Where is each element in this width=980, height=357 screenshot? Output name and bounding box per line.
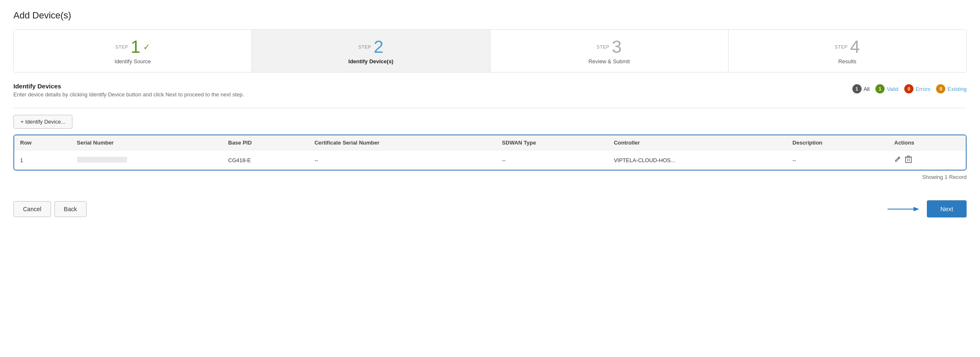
step1-number: 1 xyxy=(131,38,140,56)
badge-all: 1 All xyxy=(852,84,870,93)
cell-row: 1 xyxy=(14,150,71,170)
footer: Cancel Back Next xyxy=(13,194,967,217)
step4-label: STEP xyxy=(835,44,848,49)
step-4: STEP 4 Results xyxy=(729,30,966,72)
col-sdwan-type: SDWAN Type xyxy=(496,135,608,150)
table-row: 1 CG418-E -- -- VIPTELA-CLOUD-HOS... -- xyxy=(14,150,966,170)
footer-right: Next xyxy=(888,200,967,217)
step3-number: 3 xyxy=(612,38,621,56)
section-description: Enter device details by clicking Identif… xyxy=(13,91,244,98)
col-base-pid: Base PID xyxy=(222,135,308,150)
cell-serial-number xyxy=(71,150,223,170)
next-arrow-icon xyxy=(888,205,921,213)
delete-icon[interactable] xyxy=(905,155,912,165)
back-button[interactable]: Back xyxy=(54,201,87,217)
step1-title: Identify Source xyxy=(22,58,243,65)
badge-existing[interactable]: 0 Existing xyxy=(936,84,967,93)
cell-controller: VIPTELA-CLOUD-HOS... xyxy=(608,150,787,170)
badges-container: 1 All 1 Valid 0 Errors 0 Existing xyxy=(852,84,967,93)
col-cert-serial: Certificate Serial Number xyxy=(308,135,496,150)
badge-errors-count: 0 xyxy=(904,84,913,93)
table-header-row: Row Serial Number Base PID Certificate S… xyxy=(14,135,966,150)
cell-sdwan-type: -- xyxy=(496,150,608,170)
svg-marker-5 xyxy=(913,207,919,211)
badge-valid-label[interactable]: Valid xyxy=(887,86,898,92)
badge-all-count: 1 xyxy=(852,84,862,93)
cell-actions xyxy=(888,150,966,170)
step3-label: STEP xyxy=(597,44,610,49)
badge-errors[interactable]: 0 Errors xyxy=(904,84,930,93)
devices-table: Row Serial Number Base PID Certificate S… xyxy=(14,135,966,170)
step-1: STEP 1 ✓ Identify Source xyxy=(14,30,252,72)
page-title: Add Device(s) xyxy=(13,10,967,21)
step2-title: Identify Device(s) xyxy=(260,58,481,65)
col-controller: Controller xyxy=(608,135,787,150)
cell-description: -- xyxy=(787,150,888,170)
step2-label: STEP xyxy=(358,44,371,49)
col-serial-number: Serial Number xyxy=(71,135,223,150)
step2-number: 2 xyxy=(374,38,383,56)
cell-base-pid: CG418-E xyxy=(222,150,308,170)
step1-label: STEP xyxy=(115,44,128,49)
footer-left-buttons: Cancel Back xyxy=(13,201,87,217)
step1-check-icon: ✓ xyxy=(143,42,150,52)
section-title: Identify Devices xyxy=(13,83,244,90)
devices-table-wrapper: Row Serial Number Base PID Certificate S… xyxy=(13,135,967,171)
svg-rect-0 xyxy=(906,157,911,163)
cell-cert-serial: -- xyxy=(308,150,496,170)
step4-number: 4 xyxy=(850,38,860,56)
step4-title: Results xyxy=(737,58,958,65)
step3-title: Review & Submit xyxy=(499,58,720,65)
col-actions: Actions xyxy=(888,135,966,150)
identify-device-button[interactable]: + Identify Device... xyxy=(13,115,72,129)
cancel-button[interactable]: Cancel xyxy=(13,201,51,217)
edit-icon[interactable] xyxy=(894,156,901,164)
steps-container: STEP 1 ✓ Identify Source STEP 2 Identify… xyxy=(13,29,967,72)
badge-existing-label[interactable]: Existing xyxy=(947,86,967,92)
badge-existing-count: 0 xyxy=(936,84,945,93)
badge-valid[interactable]: 1 Valid xyxy=(875,84,898,93)
section-header: Identify Devices Enter device details by… xyxy=(13,83,967,108)
badge-errors-label[interactable]: Errors xyxy=(916,86,930,92)
showing-record: Showing 1 Record xyxy=(13,174,967,180)
badge-valid-count: 1 xyxy=(875,84,885,93)
col-row: Row xyxy=(14,135,71,150)
next-button[interactable]: Next xyxy=(927,200,967,217)
col-description: Description xyxy=(787,135,888,150)
step-3: STEP 3 Review & Submit xyxy=(490,30,729,72)
badge-all-label: All xyxy=(864,86,870,92)
step-2: STEP 2 Identify Device(s) xyxy=(252,30,490,72)
serial-number-blurred xyxy=(77,157,127,163)
